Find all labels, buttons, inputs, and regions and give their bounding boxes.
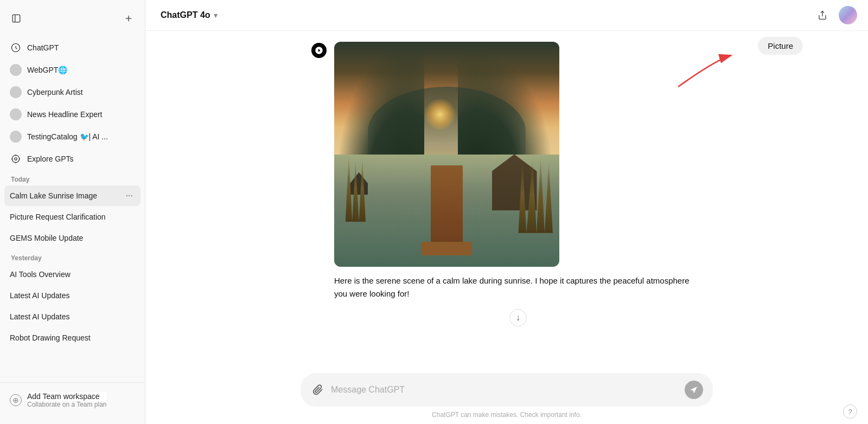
main-header: ChatGPT 4o ▾: [145, 0, 868, 31]
chat-item-ai-tools[interactable]: AI Tools Overview ···: [4, 264, 141, 285]
sidebar-item-webgpt[interactable]: WebGPT🌐: [4, 59, 141, 81]
lake-scene: [334, 42, 559, 267]
svg-point-4: [12, 155, 20, 163]
dock-layer: [431, 165, 462, 255]
picture-badge[interactable]: Picture: [758, 37, 803, 55]
user-avatar[interactable]: [839, 6, 857, 24]
svg-point-5: [15, 155, 16, 156]
cyberpunk-avatar: [10, 86, 22, 98]
chat-item-text: Robot Drawing Request: [10, 333, 124, 342]
chat-item-gems[interactable]: GEMS Mobile Update ···: [4, 228, 141, 248]
help-button[interactable]: ?: [843, 404, 857, 419]
chat-item-text: Calm Lake Sunrise Image: [10, 191, 124, 200]
sidebar-item-label: ChatGPT: [27, 43, 59, 52]
model-name: ChatGPT 4o: [161, 10, 210, 20]
svg-point-7: [11, 158, 12, 159]
add-team-label: Add Team workspace: [27, 392, 107, 401]
input-area: ChatGPT can make mistakes. Check importa…: [145, 367, 868, 424]
chat-item-picture-req[interactable]: Picture Request Clarification ···: [4, 207, 141, 227]
message-text: Here is the serene scene of a calm lake …: [334, 274, 702, 300]
svg-point-3: [15, 158, 17, 160]
chat-item-text: GEMS Mobile Update: [10, 234, 124, 242]
message-body: Here is the serene scene of a calm lake …: [334, 42, 702, 326]
sidebar-item-label: Explore GPTs: [27, 155, 74, 163]
add-team-text: Add Team workspace Collaborate on a Team…: [27, 392, 107, 408]
send-button[interactable]: [685, 381, 703, 399]
section-today: Today: [4, 170, 141, 185]
sidebar-item-explore[interactable]: Explore GPTs: [4, 148, 141, 170]
sidebar-bottom: ⊕ Add Team workspace Collaborate on a Te…: [0, 382, 145, 420]
chat-item-calm-lake[interactable]: Calm Lake Sunrise Image ···: [4, 185, 141, 206]
chat-item-robot-drawing[interactable]: Robot Drawing Request ···: [4, 327, 141, 348]
sidebar-item-label: TestingCatalog 🐦| AI ...: [27, 132, 108, 141]
message-text-line1: Here is the serene scene of a calm lake …: [334, 276, 690, 285]
sidebar-item-news[interactable]: News Headline Expert: [4, 104, 141, 125]
chat-item-text: Latest AI Updates: [10, 291, 124, 300]
sidebar: ChatGPT WebGPT🌐 Cyberpunk Artist News He…: [0, 0, 145, 424]
sidebar-item-testing[interactable]: TestingCatalog 🐦| AI ...: [4, 126, 141, 147]
section-yesterday: Yesterday: [4, 249, 141, 264]
chat-area: Here is the serene scene of a calm lake …: [145, 31, 868, 367]
sidebar-nav: ChatGPT WebGPT🌐 Cyberpunk Artist News He…: [0, 35, 145, 382]
generated-image[interactable]: [334, 42, 559, 267]
sidebar-item-label: WebGPT🌐: [27, 66, 67, 74]
attach-button[interactable]: [310, 382, 326, 397]
chat-item-text: Picture Request Clarification: [10, 213, 124, 221]
add-team-button[interactable]: ⊕ Add Team workspace Collaborate on a Te…: [4, 387, 141, 413]
input-box: [301, 373, 713, 407]
chat-item-latest-ai-2[interactable]: Latest AI Updates ···: [4, 306, 141, 327]
svg-point-6: [15, 162, 16, 163]
testing-avatar: [10, 131, 22, 143]
sidebar-item-label: Cyberpunk Artist: [27, 88, 83, 97]
help-icon: ?: [848, 408, 852, 416]
chat-content: Here is the serene scene of a calm lake …: [301, 42, 713, 337]
chat-item-more-button[interactable]: ···: [124, 190, 135, 202]
chevron-down-icon: ▾: [214, 11, 218, 20]
assistant-avatar: [311, 43, 327, 58]
sidebar-item-cyberpunk[interactable]: Cyberpunk Artist: [4, 81, 141, 103]
chat-item-text: AI Tools Overview: [10, 270, 124, 279]
chat-item-text: Latest AI Updates: [10, 312, 124, 321]
svg-rect-0: [12, 15, 20, 22]
news-avatar: [10, 108, 22, 120]
message-row: Here is the serene scene of a calm lake …: [311, 42, 702, 326]
header-right: [813, 5, 857, 25]
add-team-sublabel: Collaborate on a Team plan: [27, 401, 107, 408]
webgpt-avatar: [10, 64, 22, 76]
sun-layer: [424, 98, 456, 131]
footer-disclaimer: ChatGPT can make mistakes. Check importa…: [432, 411, 582, 419]
share-button[interactable]: [813, 5, 832, 25]
model-selector[interactable]: ChatGPT 4o ▾: [156, 7, 222, 23]
chat-item-latest-ai-1[interactable]: Latest AI Updates ···: [4, 285, 141, 306]
message-text-line2: you were looking for!: [334, 289, 409, 298]
toggle-sidebar-button[interactable]: [7, 9, 26, 28]
add-team-icon: ⊕: [10, 394, 22, 406]
svg-point-8: [19, 158, 20, 159]
sidebar-item-chatgpt[interactable]: ChatGPT: [4, 37, 141, 59]
scroll-down-button[interactable]: ↓: [509, 309, 527, 326]
sidebar-top: [0, 4, 145, 33]
chatgpt-icon: [10, 42, 22, 54]
message-input[interactable]: [331, 385, 679, 395]
new-chat-button[interactable]: [119, 9, 138, 28]
sidebar-item-label: News Headline Expert: [27, 110, 103, 119]
main-panel: ChatGPT 4o ▾ Picture: [145, 0, 868, 424]
explore-icon: [10, 153, 22, 165]
